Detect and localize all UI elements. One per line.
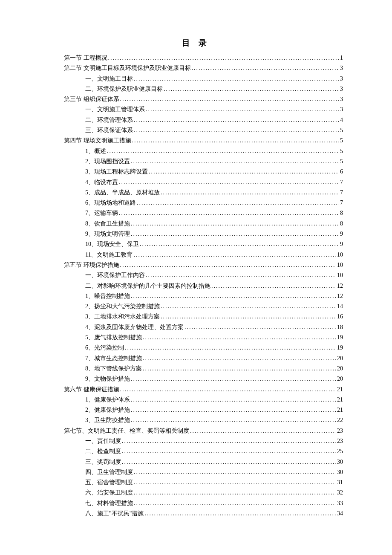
toc-entry-page: 21 xyxy=(337,405,343,415)
toc-entry-page: 20 xyxy=(337,374,343,384)
toc-entry-page: 22 xyxy=(337,415,343,425)
toc-entry: 1、概述 5 xyxy=(49,146,343,156)
toc-entry-label: 三、奖罚制度 xyxy=(85,457,121,467)
toc-entry-label: 4、泥浆及固体废弃物处理、处置方案 xyxy=(85,322,184,332)
toc-dots xyxy=(192,63,340,73)
toc-entry: 二、对影响环境保护的几个主要因素的控制措施 12 xyxy=(49,281,343,291)
toc-title: 目 录 xyxy=(49,38,343,49)
toc-dots xyxy=(143,353,336,364)
toc-entry: 2、健康保护措施 21 xyxy=(49,405,343,415)
toc-entry: 二、环境保护及职业健康目标 3 xyxy=(49,84,343,94)
toc-dots xyxy=(134,488,336,498)
toc-entry: 7、城市生态控制措施 20 xyxy=(49,353,343,364)
toc-entry-label: 一、责任制度 xyxy=(85,436,121,446)
toc-entry: 3、工地排水和污水处理方案 16 xyxy=(49,312,343,322)
toc-entry-label: 三、环境保证体系 xyxy=(85,125,133,136)
toc-dots xyxy=(143,364,336,374)
toc-entry-label: 5、废气排放控制措施 xyxy=(85,332,142,343)
toc-entry-label: 一、环境保护工作内容 xyxy=(85,270,145,280)
toc-entry: 1、健康保护体系 21 xyxy=(49,395,343,405)
toc-entry: 8、饮食卫生措施 8 xyxy=(49,219,343,229)
toc-dots xyxy=(133,250,336,260)
toc-dots xyxy=(164,84,339,94)
toc-dots xyxy=(161,188,339,198)
toc-entry: 6、现场场地和道路 7 xyxy=(49,198,343,208)
toc-entry-page: 5 xyxy=(340,146,343,156)
toc-entry-page: 16 xyxy=(337,312,343,322)
toc-entry-page: 21 xyxy=(337,384,343,395)
toc-entry-label: 四、卫生管理制度 xyxy=(85,467,133,477)
toc-dots xyxy=(134,477,336,488)
toc-entry-page: 23 xyxy=(337,426,343,436)
toc-entry: 4、临设布置 7 xyxy=(49,177,343,188)
toc-entry-page: 1 xyxy=(340,53,343,63)
toc-entry: 第五节 环境保护措施 10 xyxy=(49,260,343,270)
toc-entry-page: 14 xyxy=(337,301,343,312)
toc-entry: 1、噪音控制措施 12 xyxy=(49,291,343,301)
toc-entry-page: 23 xyxy=(337,436,343,446)
toc-entry-page: 30 xyxy=(337,457,343,467)
toc-entry-page: 9 xyxy=(340,229,343,239)
toc-dots xyxy=(146,270,336,280)
toc-dots xyxy=(131,374,336,384)
toc-dots xyxy=(131,219,339,229)
toc-entry: 一、文明施工管理体系 3 xyxy=(49,104,343,115)
toc-entry-label: 二、环境管理体系 xyxy=(85,115,133,125)
toc-entry-label: 11、文明施工教育 xyxy=(85,250,133,260)
toc-entry: 第四节 现场文明施工措施 5 xyxy=(49,136,343,146)
toc-dots xyxy=(132,136,340,146)
toc-dots xyxy=(134,115,339,125)
toc-entry-page: 3 xyxy=(340,104,343,115)
toc-entry-page: 10 xyxy=(337,270,343,280)
toc-dots xyxy=(122,436,336,446)
toc-entry-label: 第七节、文明施工责任、检查、奖罚等相关制度 xyxy=(64,426,189,436)
toc-dots xyxy=(144,509,336,519)
toc-dots xyxy=(211,281,336,291)
toc-entry: 七、材料管理措施 33 xyxy=(49,498,343,509)
toc-dots xyxy=(134,498,336,509)
toc-entry-page: 5 xyxy=(340,156,343,167)
toc-entry: 第七节、文明施工责任、检查、奖罚等相关制度 23 xyxy=(49,426,343,436)
toc-dots xyxy=(140,239,339,249)
toc-dots xyxy=(131,156,339,167)
toc-dots xyxy=(149,167,339,177)
toc-entry-page: 5 xyxy=(340,125,343,136)
toc-entry-label: 六、治安保卫制度 xyxy=(85,488,133,498)
toc-entry-page: 12 xyxy=(337,281,343,291)
toc-entry: 一、文明施工目标 3 xyxy=(49,74,343,84)
toc-entry: 8、地下管线保护方案 20 xyxy=(49,364,343,374)
toc-dots xyxy=(131,405,336,415)
toc-entry-label: 第五节 环境保护措施 xyxy=(64,260,119,270)
toc-entry-page: 31 xyxy=(337,477,343,488)
toc-entry-label: 1、概述 xyxy=(85,146,106,156)
toc-entry-label: 2、健康保护措施 xyxy=(85,405,130,415)
toc-entry-label: 3、工地排水和污水处理方案 xyxy=(85,312,160,322)
toc-entry: 6、光污染控制 19 xyxy=(49,343,343,353)
toc-dots xyxy=(120,94,340,104)
toc-entry-label: 6、光污染控制 xyxy=(85,343,124,353)
toc-entry-page: 3 xyxy=(340,74,343,84)
toc-entry-page: 7 xyxy=(340,177,343,188)
toc-dots xyxy=(131,229,339,239)
toc-dots xyxy=(184,322,336,332)
toc-entry-label: 3、现场工程标志牌设置 xyxy=(85,167,148,177)
toc-entry-page: 19 xyxy=(337,343,343,353)
toc-entry-page: 6 xyxy=(340,167,343,177)
toc-entry-page: 18 xyxy=(337,322,343,332)
toc-entry-page: 8 xyxy=(340,208,343,218)
toc-entry: 4、泥浆及固体废弃物处理、处置方案 18 xyxy=(49,322,343,332)
toc-entry: 2、扬尘和大气污染控制措施 14 xyxy=(49,301,343,312)
toc-entry: 八、施工"不扰民"措施 34 xyxy=(49,509,343,519)
toc-entry-label: 第六节 健康保证措施 xyxy=(64,384,119,395)
toc-entry-page: 21 xyxy=(337,395,343,405)
toc-entry: 3、卫生防疫措施 22 xyxy=(49,415,343,425)
toc-entry: 六、治安保卫制度 32 xyxy=(49,488,343,498)
toc-entry-label: 第二节 文明施工目标及环境保护及职业健康目标 xyxy=(64,63,191,73)
toc-entry: 5、成品、半成品、原材堆放 7 xyxy=(49,188,343,198)
toc-entry-label: 2、现场围挡设置 xyxy=(85,156,130,167)
toc-entry-label: 第四节 现场文明施工措施 xyxy=(64,136,131,146)
toc-entry-label: 第三节 组织保证体系 xyxy=(64,94,119,104)
toc-entry: 第三节 组织保证体系 3 xyxy=(49,94,343,104)
toc-dots xyxy=(134,467,336,477)
toc-entry-page: 33 xyxy=(337,498,343,509)
